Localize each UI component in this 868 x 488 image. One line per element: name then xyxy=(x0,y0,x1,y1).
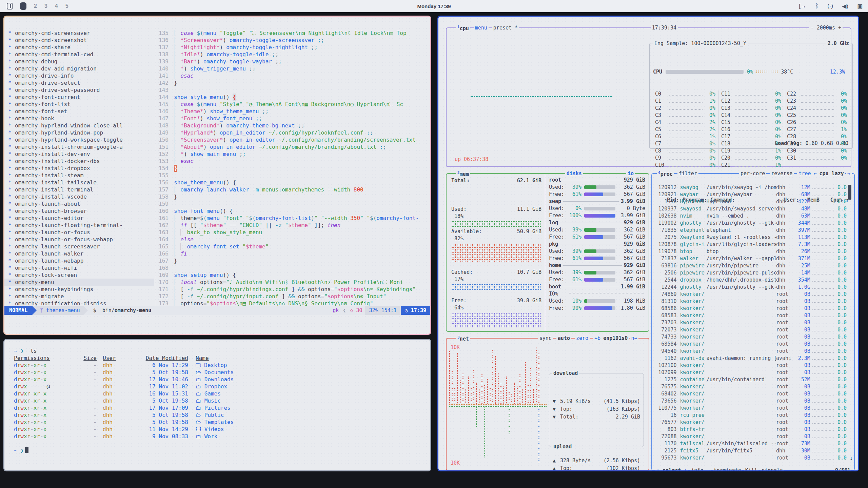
net-auto-button[interactable]: auto xyxy=(556,335,571,342)
disks-io-button[interactable]: io xyxy=(626,170,635,177)
process-row[interactable]: 1275containe/usr/bin/containerdroot52M0.… xyxy=(653,376,847,383)
proc-scrollbar[interactable] xyxy=(848,185,851,200)
file-item[interactable]: *omarchy-launch-or-focus-webapp xyxy=(4,236,154,243)
file-item[interactable]: *omarchy-dev-add-migration xyxy=(4,65,154,72)
file-item[interactable]: *omarchy-hyprland-window-close-all xyxy=(4,122,154,129)
proc-filter-button[interactable]: filter xyxy=(677,170,698,177)
file-item[interactable]: *omarchy-launch-browser xyxy=(4,207,154,215)
process-row[interactable]: 119078btopbtopdhh26M0.0 xyxy=(653,248,847,255)
process-row[interactable]: 81310kworker/root0B0.0 xyxy=(653,298,847,305)
shell-prompt[interactable]: ~ ❯ xyxy=(14,447,423,454)
file-item[interactable]: *omarchy-install-dev-env xyxy=(4,150,154,158)
process-row[interactable]: 74733kworker/root0B0.0 xyxy=(653,333,847,341)
process-row[interactable]: 95673kworker/root0B0.0 xyxy=(653,454,847,462)
file-item[interactable]: *omarchy-launch-wifi xyxy=(4,264,154,271)
proc-info-button[interactable]: info ↵ xyxy=(690,467,710,470)
process-row[interactable]: 120921waybar/usr/bin/waybardhh68M0.0 xyxy=(653,191,847,198)
proc-sort-prev[interactable]: ← xyxy=(812,170,818,177)
file-item[interactable]: *omarchy-launch-screensaver xyxy=(4,243,154,250)
file-item[interactable]: *omarchy-drive-info xyxy=(4,72,154,79)
file-item[interactable]: *omarchy-install-vscode xyxy=(4,193,154,200)
process-row[interactable]: 803btrfs-trroot0B0.0 xyxy=(653,426,847,433)
process-row[interactable]: 73703kworker/root0B0.0 xyxy=(653,319,847,326)
pane-separator[interactable] xyxy=(155,17,155,313)
process-row[interactable]: 12244ghostty/usr/bin/ghostty --gtk-dhh1.… xyxy=(653,284,847,291)
process-row[interactable]: 71835elephantelephantdhh397M0.0 xyxy=(653,227,847,234)
net-zero-button[interactable]: zero xyxy=(575,335,590,342)
process-row[interactable]: 120912swaybg/usr/bin/swaybg -i /homdhh12… xyxy=(653,184,847,191)
process-row[interactable]: 1170tailscal/usr/sbin/tailscaled --root7… xyxy=(653,440,847,447)
file-item[interactable]: *omarchy-migrate xyxy=(4,293,154,300)
file-item[interactable]: *omarchy-launch-walker xyxy=(4,250,154,257)
file-item[interactable]: *omarchy-font-set xyxy=(4,108,154,115)
file-item[interactable]: *omarchy-font-list xyxy=(4,101,154,108)
file-item[interactable]: *omarchy-hook xyxy=(4,115,154,122)
process-row[interactable]: 119002ghostty/usr/bin/ghostty --gtk-dhh3… xyxy=(653,220,847,227)
file-item[interactable]: *omarchy-cmd-screenshot xyxy=(4,37,154,44)
process-row[interactable]: 76575kworker/root0B0.0 xyxy=(653,383,847,390)
btop-menu-button[interactable]: menu xyxy=(474,24,489,32)
file-item[interactable]: *omarchy-launch-or-focus xyxy=(4,229,154,236)
file-item[interactable]: *omarchy-launch-editor xyxy=(4,215,154,222)
proc-signals-button[interactable]: signals xyxy=(761,467,784,470)
file-item[interactable]: *omarchy-install-dropbox xyxy=(4,165,154,172)
file-item[interactable]: *omarchy-menu-keybindings xyxy=(4,286,154,293)
process-row[interactable]: 73656kworker/root0B0.0 xyxy=(653,398,847,405)
file-item[interactable]: *omarchy-menu xyxy=(4,279,154,286)
file-item[interactable]: *omarchy-cmd-share xyxy=(4,44,154,51)
process-row[interactable]: 2125fcitx5/usr/bin/fcitx5dhh30M0.0 xyxy=(653,447,847,454)
terminal-content[interactable]: ~ ❯ lsPermissionsSizeUserDate ModifiedNa… xyxy=(4,340,430,470)
update-interval-control[interactable]: - 2000ms + xyxy=(809,24,843,32)
process-row[interactable]: 74869kworker/root0B0.0 xyxy=(653,291,847,298)
process-row[interactable]: 68583kworker/root0B0.0 xyxy=(653,312,847,319)
file-item[interactable]: *omarchy-install-terminal xyxy=(4,186,154,193)
file-item[interactable]: *omarchy-install-steam xyxy=(4,172,154,179)
file-item[interactable]: *omarchy-font-current xyxy=(4,94,154,101)
process-row[interactable]: 2506pipewire/usr/bin/pipewire-pulsedhh14… xyxy=(653,269,847,277)
net-next-button[interactable]: n→ xyxy=(630,335,638,342)
code-pane[interactable]: 135▏ case $(menu "Toggle" "⛶ Screensaver… xyxy=(156,29,430,314)
file-item[interactable]: *omarchy-hyprland-workspace-toggle xyxy=(4,136,154,143)
process-row[interactable]: 68584kworker/root0B0.0 xyxy=(653,341,847,348)
process-row[interactable]: 102100kworker/root0B0.0 xyxy=(653,362,847,369)
net-prev-button[interactable]: ←b xyxy=(593,335,602,342)
scroll-down-icon[interactable]: ↓ xyxy=(850,455,853,462)
proc-sort-next[interactable]: → xyxy=(846,170,852,177)
process-row[interactable]: 2075XwaylandXwayland :1 -rootless -dhh11… xyxy=(653,234,847,241)
process-row[interactable]: 94540kworker/root0B0.0 xyxy=(653,348,847,355)
file-item[interactable]: *omarchy-launch-webapp xyxy=(4,257,154,264)
file-item[interactable]: *omarchy-hyprland-window-pop xyxy=(4,129,154,136)
bluetooth-icon[interactable]: ᛒ xyxy=(815,3,818,9)
process-row[interactable]: 2544dropbox/home/dhh/.dropbox-distdhh354… xyxy=(653,277,847,284)
process-row[interactable]: 1162avahi-daavahi-daemon: running [avahi… xyxy=(653,355,847,362)
file-item[interactable]: *omarchy-debug xyxy=(4,58,154,65)
proc-reverse-button[interactable]: reverse xyxy=(770,170,794,177)
process-row[interactable]: 71837walker/usr/bin/walker --gappldhh371… xyxy=(653,255,847,262)
file-item[interactable]: *omarchy-cmd-screensaver xyxy=(4,29,154,37)
process-row[interactable]: 68402kworker/root0B0.0 xyxy=(653,390,847,398)
process-row[interactable]: 120937swayosd-/usr/bin/swayosd-serverdhh… xyxy=(653,205,847,212)
volume-icon[interactable]: ◀) xyxy=(842,3,848,10)
process-row[interactable]: 68586kworker/root0B0.0 xyxy=(653,305,847,312)
process-row[interactable]: 72073kworker/root0B0.0 xyxy=(653,326,847,333)
file-item[interactable]: *omarchy-install-chromium-google-a xyxy=(4,143,154,150)
proc-percore-button[interactable]: per-core xyxy=(739,170,766,177)
process-row[interactable]: 110775kworker/root0B0.0 xyxy=(653,405,847,412)
file-item[interactable]: *omarchy-install-tailscale xyxy=(4,179,154,186)
file-item[interactable]: *omarchy-cmd-terminal-cwd xyxy=(4,51,154,58)
file-item[interactable]: *omarchy-launch-floating-terminal- xyxy=(4,222,154,229)
file-item[interactable]: *omarchy-lock-screen xyxy=(4,271,154,279)
process-row[interactable]: 76577kworker/root0B0.0 xyxy=(653,419,847,426)
process-row[interactable]: 102638nvimnvim --embed .dhh63M0.0 xyxy=(653,212,847,220)
proc-terminate-button[interactable]: terminate xyxy=(713,467,742,470)
process-row[interactable]: 16rcu_preeroot0B0.0 xyxy=(653,412,847,419)
process-row[interactable]: 1916HyprlandHyprlanddhh422M0.0 xyxy=(653,198,847,205)
proc-tree-button[interactable]: tree xyxy=(797,170,812,177)
file-item[interactable]: *omarchy-install-docker-dbs xyxy=(4,158,154,165)
cpu-chip-icon[interactable]: ▣ xyxy=(857,3,863,10)
file-item[interactable]: *omarchy-drive-select xyxy=(4,79,154,86)
network-icon[interactable]: (·) xyxy=(827,3,833,9)
logout-icon[interactable]: [→ xyxy=(799,3,806,9)
btop-preset-button[interactable]: preset * xyxy=(492,24,519,32)
process-row[interactable]: 72088kworker/root0B0.0 xyxy=(653,433,847,440)
